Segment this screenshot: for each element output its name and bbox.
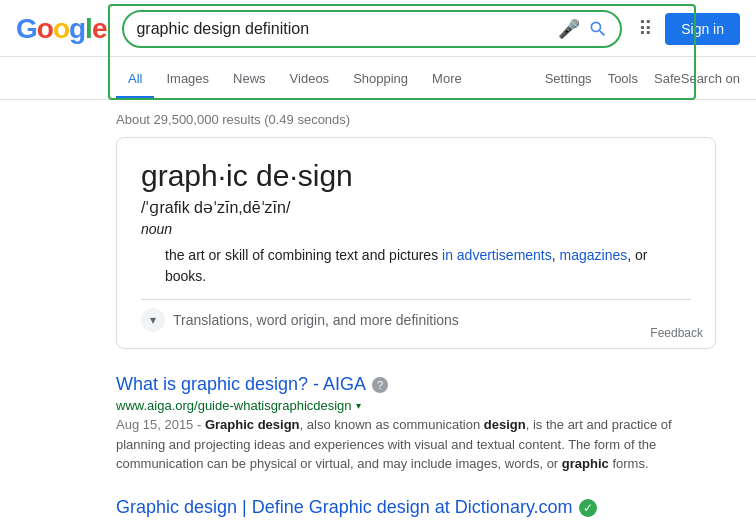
result-title-row: Graphic design | Define Graphic design a… (116, 496, 716, 519)
search-button[interactable] (588, 19, 608, 39)
search-box[interactable]: 🎤 (122, 10, 622, 48)
nav-bar: All Images News Videos Shopping More Set… (0, 57, 756, 100)
feedback-link[interactable]: Feedback (650, 326, 703, 340)
result-item: What is graphic design? - AIGA ? www.aig… (116, 373, 716, 474)
search-input[interactable] (136, 20, 550, 38)
tab-images[interactable]: Images (154, 61, 221, 99)
tab-videos[interactable]: Videos (278, 61, 342, 99)
nav-right: Settings Tools SafeSearch on (545, 71, 740, 90)
definition-word: graph·ic de·sign (141, 158, 691, 194)
tools-link[interactable]: Tools (608, 71, 638, 86)
main-content: About 29,500,000 results (0.49 seconds) … (0, 100, 756, 521)
definition-more-link[interactable]: ▾ Translations, word origin, and more de… (141, 308, 691, 332)
result-date: Aug 15, 2015 - (116, 417, 205, 432)
sign-in-button[interactable]: Sign in (665, 13, 740, 45)
definition-expand-icon: ▾ (141, 308, 165, 332)
settings-link[interactable]: Settings (545, 71, 592, 86)
definition-pos: noun (141, 221, 691, 237)
microphone-icon[interactable]: 🎤 (558, 18, 580, 40)
tab-more[interactable]: More (420, 61, 474, 99)
header: Google 🎤 ⠿ Sign in (0, 0, 756, 57)
header-right: ⠿ Sign in (638, 13, 740, 45)
result-snippet: Aug 15, 2015 - Graphic design, also know… (116, 415, 716, 474)
result-verified-icon: ✓ (579, 499, 597, 517)
google-logo: Google (16, 13, 106, 45)
result-info-icon[interactable]: ? (372, 377, 388, 393)
result-url: www.aiga.org/guide-whatisgraphicdesign (116, 398, 352, 413)
result-url-row: www.aiga.org/guide-whatisgraphicdesign ▾ (116, 398, 716, 413)
definition-divider (141, 299, 691, 300)
tab-news[interactable]: News (221, 61, 278, 99)
results-count: About 29,500,000 results (0.49 seconds) (116, 106, 740, 137)
result-title-row: What is graphic design? - AIGA ? (116, 373, 716, 396)
tab-all[interactable]: All (116, 61, 154, 99)
result-item: Graphic design | Define Graphic design a… (116, 496, 716, 521)
result-title[interactable]: What is graphic design? - AIGA (116, 373, 366, 396)
tab-shopping[interactable]: Shopping (341, 61, 420, 99)
result-title[interactable]: Graphic design | Define Graphic design a… (116, 496, 573, 519)
result-url-dropdown[interactable]: ▾ (356, 400, 361, 411)
definition-text: the art or skill of combining text and p… (165, 245, 691, 287)
definition-box: graph·ic de·sign /ˈɡrafik dəˈzīn,dēˈzīn/… (116, 137, 716, 349)
safesearch-status: SafeSearch on (654, 71, 740, 86)
apps-grid-icon[interactable]: ⠿ (638, 17, 653, 41)
definition-phonetic: /ˈɡrafik dəˈzīn,dēˈzīn/ (141, 198, 691, 217)
definition-more-label: Translations, word origin, and more defi… (173, 312, 459, 328)
header-search-area: Google 🎤 ⠿ Sign in All Images News Video… (0, 0, 756, 100)
